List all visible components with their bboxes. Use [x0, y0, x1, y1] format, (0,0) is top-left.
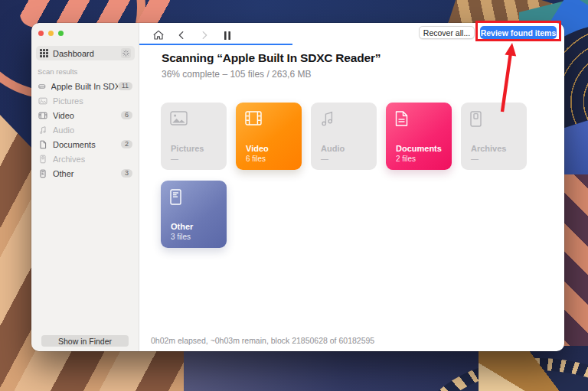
documents-icon — [38, 140, 47, 149]
tile-label: Other — [171, 222, 193, 231]
scan-progress-fill — [139, 44, 292, 45]
sidebar: Dashboard Scan results Apple Bui — [31, 23, 139, 351]
sidebar-item-audio[interactable]: Audio — [31, 122, 139, 137]
sidebar-item-label: Apple Built In SDXC… — [51, 82, 118, 91]
app-window: Dashboard Scan results Apple Bui — [31, 23, 564, 351]
annotation-arrow — [496, 41, 519, 115]
tile-documents[interactable]: Documents 2 files — [386, 103, 452, 170]
scan-status-text: 0h02m elapsed, ~0h03m remain, block 2185… — [151, 336, 374, 345]
tile-video[interactable]: Video 6 files — [236, 103, 302, 170]
tile-count: — — [171, 155, 178, 163]
sidebar-item-label: Other — [53, 169, 74, 178]
tile-count: 6 files — [246, 155, 266, 163]
category-tiles: Pictures — Video 6 files — [161, 103, 527, 248]
tile-label: Video — [246, 144, 269, 153]
tile-label: Pictures — [171, 144, 204, 153]
scan-progress-summary: 36% complete – 105 files / 263,6 MB — [162, 69, 311, 80]
tile-label: Documents — [396, 144, 442, 153]
window-controls — [38, 31, 64, 36]
tile-count: — — [471, 155, 479, 163]
home-icon[interactable] — [151, 28, 166, 43]
pictures-tile-icon — [170, 111, 188, 125]
show-in-finder-button[interactable]: Show in Finder — [41, 335, 129, 347]
count-badge: 3 — [121, 169, 132, 178]
pause-icon[interactable] — [220, 28, 235, 43]
archives-tile-icon — [470, 111, 482, 127]
archives-icon — [38, 155, 47, 164]
tile-audio[interactable]: Audio — — [311, 103, 377, 170]
tile-other[interactable]: Other 3 files — [161, 181, 227, 248]
drive-icon — [38, 82, 46, 91]
wallpaper-coin-lobes — [479, 348, 588, 391]
tile-count: — — [321, 155, 328, 163]
page-title: Scanning “Apple Built In SDXC Reader” — [162, 51, 381, 65]
tile-label: Archives — [471, 144, 506, 153]
documents-tile-icon — [395, 111, 408, 126]
toolbar — [151, 28, 235, 43]
count-badge: 2 — [121, 140, 132, 148]
scan-results-list: Apple Built In SDXC… 11 Pictures Video 6 — [31, 79, 139, 181]
audio-tile-icon — [320, 111, 334, 126]
sidebar-item-documents[interactable]: Documents 2 — [31, 137, 139, 152]
count-badge: 11 — [118, 82, 132, 90]
sidebar-item-pictures[interactable]: Pictures — [31, 93, 139, 108]
tile-pictures[interactable]: Pictures — — [161, 103, 227, 170]
dashboard-grid-icon — [40, 47, 48, 60]
sidebar-item-label: Documents — [53, 140, 96, 149]
sidebar-item-archives[interactable]: Archives — [31, 152, 139, 166]
close-button[interactable] — [38, 31, 44, 36]
sidebar-item-other[interactable]: Other 3 — [31, 166, 139, 181]
scan-results-section-label: Scan results — [38, 67, 77, 76]
annotation-red-box — [475, 21, 561, 41]
back-icon[interactable] — [174, 28, 189, 43]
sidebar-item-label: Video — [53, 111, 74, 120]
sidebar-item-video[interactable]: Video 6 — [31, 108, 139, 122]
sidebar-item-dashboard[interactable]: Dashboard — [36, 46, 135, 60]
other-icon — [38, 169, 47, 178]
minimize-button[interactable] — [48, 31, 54, 36]
pictures-icon — [38, 96, 47, 106]
recover-all-button[interactable]: Recover all... — [419, 26, 475, 39]
scanning-spinner-icon — [121, 48, 131, 58]
tile-count: 2 files — [396, 155, 416, 163]
tile-count: 3 files — [171, 233, 191, 241]
dashboard-label: Dashboard — [53, 49, 94, 58]
desktop: Dashboard Scan results Apple Bui — [0, 0, 588, 391]
count-badge: 6 — [121, 111, 132, 119]
sidebar-item-label: Archives — [53, 155, 85, 164]
video-icon — [38, 111, 47, 120]
sidebar-item-label: Pictures — [53, 96, 83, 106]
video-tile-icon — [245, 111, 262, 125]
tile-label: Audio — [321, 144, 345, 153]
forward-icon[interactable] — [197, 28, 212, 43]
other-tile-icon — [170, 189, 181, 205]
sidebar-item-label: Audio — [53, 125, 74, 135]
main-content: Recover all... Review found items Scanni… — [139, 23, 564, 351]
sidebar-item-device[interactable]: Apple Built In SDXC… 11 — [31, 79, 139, 93]
audio-icon — [38, 125, 47, 135]
zoom-button[interactable] — [58, 31, 64, 36]
